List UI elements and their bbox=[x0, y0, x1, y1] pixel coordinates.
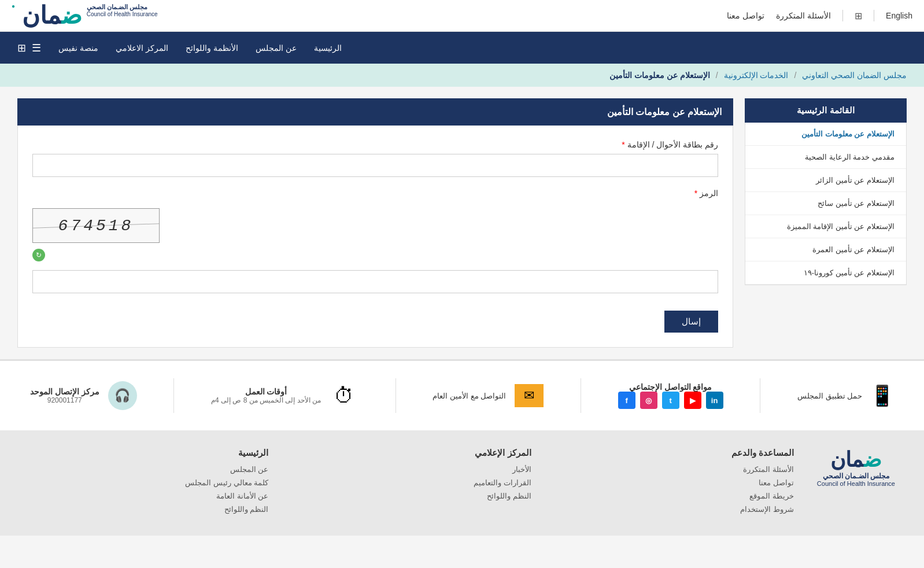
nav-nphies[interactable]: منصة نفيس bbox=[58, 43, 98, 53]
footer-link-president[interactable]: كلمة معالي رئيس المجلس bbox=[29, 478, 268, 487]
refresh-icon[interactable]: ↻ bbox=[32, 249, 45, 261]
footer-div-3 bbox=[396, 378, 396, 413]
footer-div-1 bbox=[760, 378, 760, 413]
facebook-icon[interactable]: f bbox=[618, 392, 635, 409]
footer-link-faq[interactable]: الأسئلة المتكررة bbox=[555, 465, 794, 474]
captcha-text: 674518 bbox=[58, 217, 134, 235]
english-link[interactable]: English bbox=[886, 11, 912, 20]
breadcrumb-current: الإستعلام عن معلومات التأمين bbox=[609, 71, 710, 80]
work-hours-section: ⏱ أوقات العمل من الأحد إلى الخميس من 8 ص… bbox=[211, 381, 358, 410]
breadcrumb-sep-2: / bbox=[716, 71, 718, 80]
footer-logo-org-ar: مجلس الضـمان الصحي bbox=[817, 472, 895, 480]
contact-link[interactable]: تواصل معنا bbox=[727, 11, 764, 20]
footer-main: 📱 حمل تطبيق المجلس مواقع التواصل الإجتما… bbox=[0, 359, 924, 430]
logo-main-ar: ضمان ● bbox=[12, 3, 82, 28]
sidebar-menu: الإستعلام عن معلومات التأمين مقدمي خدمة … bbox=[745, 123, 907, 285]
logo-area: مجلس الضـمان الصحي Council of Health Ins… bbox=[12, 3, 158, 28]
footer-link-sitemap[interactable]: خريطة الموقع bbox=[555, 492, 794, 500]
twitter-icon[interactable]: t bbox=[662, 392, 679, 409]
hamburger-icon[interactable]: ☰ bbox=[32, 42, 41, 54]
footer-link-terms[interactable]: شروط الإستخدام bbox=[555, 505, 794, 514]
top-bar-left: English ⊞ الأسئلة المتكررة تواصل معنا bbox=[727, 10, 912, 21]
sidebar-item-visitor[interactable]: الإستعلام عن تأمين الزائر bbox=[745, 169, 906, 192]
breadcrumb-eservices[interactable]: الخدمات الإلكترونية bbox=[724, 71, 789, 80]
breadcrumb-home[interactable]: مجلس الضمان الصحي التعاوني bbox=[802, 71, 907, 80]
footer-link-secretariat[interactable]: عن الأمانة العامة bbox=[29, 492, 268, 500]
captcha-label: الرمز * bbox=[32, 189, 718, 198]
footer-link-regulations[interactable]: النظم واللوائح bbox=[291, 492, 531, 500]
sidebar: القائمة الرئيسية الإستعلام عن معلومات ال… bbox=[745, 98, 907, 348]
id-label: رقم بطاقة الأحوال / الإقامة * bbox=[32, 140, 718, 149]
submit-button[interactable]: إسال bbox=[664, 311, 718, 333]
contact-center-title: مركز الإتصال الموحد bbox=[30, 387, 99, 396]
nav-icons: ☰ ⊞ bbox=[17, 42, 41, 54]
social-media-section: مواقع التواصل الإجتماعي in ▶ t ◎ f bbox=[618, 382, 723, 409]
footer-logo: ضمان مجلس الضـمان الصحي Council of Healt… bbox=[817, 448, 895, 487]
footer-col-home-title: الرئيسية bbox=[29, 448, 268, 458]
divider-1 bbox=[874, 10, 874, 21]
work-hours-detail: من الأحد إلى الخميس من 8 ص إلى 4م bbox=[211, 396, 321, 404]
form-area: الإستعلام عن معلومات التأمين رقم بطاقة ا… bbox=[17, 98, 733, 348]
form-body: رقم بطاقة الأحوال / الإقامة * الرمز * 67… bbox=[17, 126, 733, 348]
footer-col-media-title: المركز الإعلامي bbox=[291, 448, 531, 458]
org-chart-icon: ⊞ bbox=[855, 10, 862, 21]
form-title: الإستعلام عن معلومات التأمين bbox=[17, 98, 733, 126]
footer-div-2 bbox=[581, 378, 581, 413]
sidebar-item-umrah[interactable]: الإستعلام عن تأمين العمرة bbox=[745, 238, 906, 261]
captcha-group: الرمز * 674518 ↻ bbox=[32, 189, 718, 293]
captcha-input[interactable] bbox=[32, 270, 718, 293]
footer-col-media: المركز الإعلامي الأخبار القرارات والتعام… bbox=[291, 448, 531, 505]
top-bar: English ⊞ الأسئلة المتكررة تواصل معنا مج… bbox=[0, 0, 924, 32]
download-app-section: 📱 حمل تطبيق المجلس bbox=[797, 378, 894, 413]
work-hours-title: أوقات العمل bbox=[211, 387, 321, 396]
footer-link-contact[interactable]: تواصل معنا bbox=[555, 478, 794, 487]
clock-icon: ⏱ bbox=[330, 381, 358, 410]
captcha-refresh-area: ↻ bbox=[32, 249, 45, 261]
footer-link-systems[interactable]: النظم واللوائح bbox=[29, 505, 268, 514]
nav-regulations[interactable]: الأنظمة واللوائح bbox=[186, 43, 238, 53]
captcha-container: الرمز * 674518 ↻ bbox=[32, 189, 718, 293]
footer-link-news[interactable]: الأخبار bbox=[291, 465, 531, 474]
instagram-icon[interactable]: ◎ bbox=[640, 392, 657, 409]
id-input[interactable] bbox=[32, 154, 718, 177]
sidebar-item-tourist[interactable]: الإستعلام عن تأمين سائح bbox=[745, 192, 906, 215]
breadcrumb: مجلس الضمان الصحي التعاوني / الخدمات الإ… bbox=[0, 64, 924, 87]
id-field-group: رقم بطاقة الأحوال / الإقامة * bbox=[32, 140, 718, 177]
id-required: * bbox=[622, 140, 624, 149]
youtube-icon[interactable]: ▶ bbox=[684, 392, 701, 409]
social-title: مواقع التواصل الإجتماعي bbox=[618, 382, 723, 392]
footer-link-decisions[interactable]: القرارات والتعاميم bbox=[291, 478, 531, 487]
nav-home[interactable]: الرئيسية bbox=[314, 43, 342, 53]
sidebar-item-covid[interactable]: الإستعلام عن تأمين كورونا-١٩ bbox=[745, 261, 906, 285]
faq-link[interactable]: الأسئلة المتكررة bbox=[776, 11, 831, 20]
footer-col-support: المساعدة والدعم الأسئلة المتكررة تواصل م… bbox=[555, 448, 794, 518]
footer-logo-org-en: Council of Health Insurance bbox=[817, 480, 895, 487]
contact-center-section: 🎧 مركز الإتصال الموحد 920001177 bbox=[30, 381, 137, 410]
logo-org-ar: مجلس الضـمان الصحي bbox=[87, 3, 158, 11]
nav-media[interactable]: المركز الاعلامي bbox=[116, 43, 168, 53]
footer-link-about[interactable]: عن المجلس bbox=[29, 465, 268, 474]
breadcrumb-sep-1: / bbox=[794, 71, 796, 80]
footer-col-support-title: المساعدة والدعم bbox=[555, 448, 794, 458]
footer-col-home: الرئيسية عن المجلس كلمة معالي رئيس المجل… bbox=[29, 448, 268, 518]
grid-icon[interactable]: ⊞ bbox=[17, 42, 26, 54]
sidebar-title: القائمة الرئيسية bbox=[745, 98, 907, 123]
contact-general-section: ✉ التواصل مع الأمين العام bbox=[433, 384, 544, 407]
sidebar-item-healthcare[interactable]: مقدمي خدمة الرعاية الصحية bbox=[745, 146, 906, 169]
captcha-required: * bbox=[694, 189, 697, 198]
social-icons: in ▶ t ◎ f bbox=[618, 392, 723, 409]
email-icon: ✉ bbox=[515, 384, 544, 407]
nav-about[interactable]: عن المجلس bbox=[256, 43, 297, 53]
captcha-image: 674518 bbox=[32, 208, 160, 243]
contact-center-number: 920001177 bbox=[30, 396, 99, 404]
footer-div-4 bbox=[173, 378, 174, 413]
footer-bottom: ضمان مجلس الضـمان الصحي Council of Healt… bbox=[0, 430, 924, 536]
download-app-text: حمل تطبيق المجلس bbox=[797, 392, 862, 400]
linkedin-icon[interactable]: in bbox=[706, 392, 723, 409]
divider-2 bbox=[842, 10, 843, 21]
sidebar-item-premium[interactable]: الإستعلام عن تأمين الإقامة المميزة bbox=[745, 215, 906, 238]
sidebar-item-insurance-info[interactable]: الإستعلام عن معلومات التأمين bbox=[745, 123, 906, 146]
site-logo: مجلس الضـمان الصحي Council of Health Ins… bbox=[12, 3, 158, 28]
contact-general-text: التواصل مع الأمين العام bbox=[433, 392, 506, 400]
logo-org-en: Council of Health Insurance bbox=[87, 11, 158, 17]
